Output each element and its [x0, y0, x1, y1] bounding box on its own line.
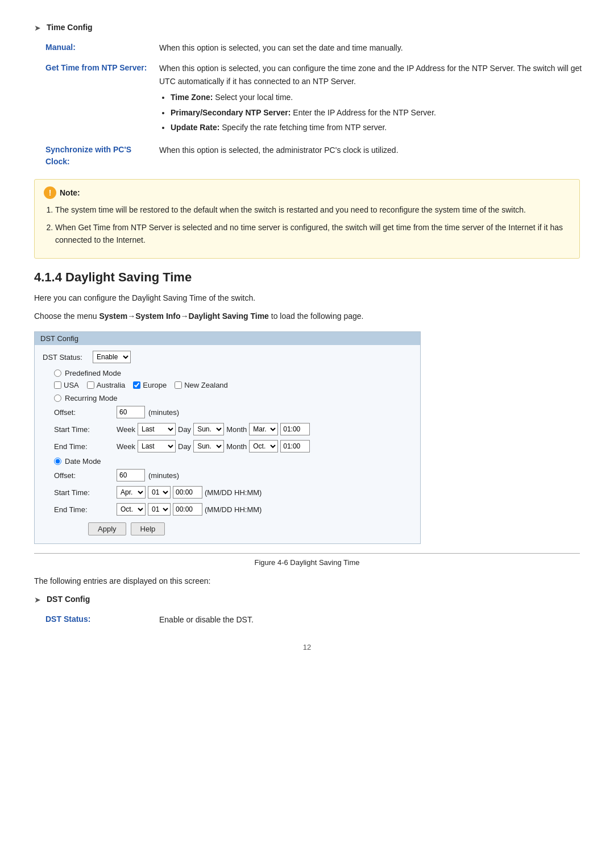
usa-label: USA — [64, 381, 79, 389]
page-number: 12 — [34, 643, 580, 651]
date-offset-input-group: (minutes) — [117, 469, 179, 481]
date-mode-row: Date Mode — [54, 457, 412, 466]
europe-label: Europe — [143, 381, 167, 389]
date-start-format: (MM/DD HH:MM) — [205, 488, 262, 497]
sync-row: Synchronize with PC'S Clock: When this o… — [45, 144, 591, 168]
recurring-offset-row: Offset: (minutes) — [54, 406, 412, 418]
recurring-start-week-select[interactable]: LastFirstSecondThirdFourth — [138, 423, 176, 435]
recurring-mode-row: Recurring Mode — [54, 394, 412, 402]
note-list: The system time will be restored to the … — [55, 203, 570, 246]
note-label: Note: — [60, 188, 80, 197]
note-icon: ! — [44, 186, 56, 199]
date-start-month-select[interactable]: Jan.Feb.Mar.Apr.MayJun.Jul.Aug.Sep.Oct.N… — [117, 486, 146, 499]
date-end-time-input[interactable] — [173, 503, 202, 516]
dst-status-select[interactable]: Enable Disable — [93, 351, 131, 363]
ntp-bullet-timezone: Time Zone: Select your local time. — [171, 91, 591, 103]
date-mode-radio[interactable] — [54, 458, 61, 465]
dst-status-label: DST Status: — [43, 353, 88, 362]
new-zealand-checkbox-item: New Zealand — [175, 381, 228, 389]
date-start-label: Start Time: — [54, 488, 117, 497]
time-config-section: ➤ Time Config — [34, 23, 580, 32]
date-offset-input[interactable] — [117, 469, 145, 481]
note-item-2: When Get Time from NTP Server is selecte… — [55, 221, 570, 247]
dst-config-panel: DST Config DST Status: Enable Disable Pr… — [34, 331, 421, 544]
date-offset-minutes: (minutes) — [148, 471, 179, 480]
recurring-start-month-select[interactable]: Jan.Feb.Mar.Apr.MayJun.Jul.Aug.Sep.Oct.N… — [249, 423, 278, 435]
recurring-offset-input[interactable] — [117, 406, 145, 418]
dst-config-section-title: DST Config — [47, 595, 90, 604]
recurring-end-day-label: Day — [178, 442, 191, 451]
menu-note-suffix: to load the following page. — [269, 312, 364, 321]
dst-status-row: DST Status: Enable Disable — [43, 351, 412, 363]
menu-note-prefix: Choose the menu — [34, 312, 99, 321]
recurring-end-week-label: Week — [117, 442, 135, 451]
ntp-desc: When this option is selected, you can co… — [159, 62, 591, 136]
date-start-row: Start Time: Jan.Feb.Mar.Apr.MayJun.Jul.A… — [54, 486, 412, 499]
australia-checkbox[interactable] — [87, 381, 94, 389]
usa-checkbox[interactable] — [54, 381, 61, 389]
note-box: ! Note: The system time will be restored… — [34, 179, 580, 258]
date-start-time-input[interactable] — [173, 486, 202, 499]
recurring-end-row: End Time: Week LastFirstSecondThirdFourt… — [54, 440, 412, 452]
australia-label: Australia — [97, 381, 126, 389]
ntp-desc-text: When this option is selected, you can co… — [159, 64, 582, 85]
recurring-offset-input-group: (minutes) — [117, 406, 179, 418]
recurring-end-time-group: Week LastFirstSecondThirdFourth Day Sun.… — [117, 440, 310, 452]
europe-checkbox-item: Europe — [133, 381, 167, 389]
figure-caption: Figure 4-6 Daylight Saving Time — [34, 558, 580, 567]
recurring-start-row: Start Time: Week LastFirstSecondThirdFou… — [54, 423, 412, 435]
recurring-start-day-label: Day — [178, 425, 191, 434]
recurring-start-day-select[interactable]: Sun.Mon.Tue.Wed.Thu.Fri.Sat. — [193, 423, 224, 435]
dst-status-def-row: DST Status: Enable or disable the DST. — [45, 613, 591, 626]
note-item-1: The system time will be restored to the … — [55, 203, 570, 216]
apply-button[interactable]: Apply — [88, 522, 126, 535]
europe-checkbox[interactable] — [133, 381, 140, 389]
section-414-title: 4.1.4 Daylight Saving Time — [34, 270, 580, 285]
predefined-mode-radio[interactable] — [54, 369, 61, 377]
recurring-end-time-input[interactable] — [280, 440, 310, 452]
dst-config-section-header: ➤ DST Config — [34, 595, 580, 604]
date-end-row: End Time: Jan.Feb.Mar.Apr.MayJun.Jul.Aug… — [54, 503, 412, 516]
date-offset-label: Offset: — [54, 471, 117, 480]
date-start-day-select[interactable]: 0102030405 — [148, 486, 171, 499]
recurring-start-time-input[interactable] — [280, 423, 310, 435]
note-header: ! Note: — [44, 186, 570, 199]
date-end-label: End Time: — [54, 505, 117, 514]
help-button[interactable]: Help — [131, 522, 165, 535]
recurring-end-day-select[interactable]: Sun.Mon.Tue.Wed.Thu.Fri.Sat. — [193, 440, 224, 452]
australia-checkbox-item: Australia — [87, 381, 126, 389]
ntp-row: Get Time from NTP Server: When this opti… — [45, 62, 591, 136]
recurring-offset-minutes: (minutes) — [148, 408, 179, 417]
menu-note: Choose the menu System→System Info→Dayli… — [34, 310, 580, 322]
dst-config-def-table: DST Status: Enable or disable the DST. — [45, 613, 591, 626]
sync-desc: When this option is selected, the admini… — [159, 144, 591, 156]
predefined-mode-row: Predefined Mode — [54, 369, 412, 377]
date-end-time-group: Jan.Feb.Mar.Apr.MayJun.Jul.Aug.Sep.Oct.N… — [117, 503, 262, 516]
date-end-day-select[interactable]: 0102030405 — [148, 503, 171, 516]
dst-section-arrow: ➤ — [34, 595, 41, 604]
recurring-end-month-select[interactable]: Jan.Feb.Mar.Apr.MayJun.Jul.Aug.Sep.Oct.N… — [249, 440, 278, 452]
recurring-mode-radio[interactable] — [54, 394, 61, 402]
recurring-start-label: Start Time: — [54, 425, 117, 434]
recurring-end-label: End Time: — [54, 442, 117, 451]
section-414-intro: Here you can configure the Daylight Savi… — [34, 292, 580, 304]
sync-term: Synchronize with PC'S Clock: — [45, 144, 159, 168]
ntp-bullet-server: Primary/Secondary NTP Server: Enter the … — [171, 106, 591, 119]
recurring-mode-label: Recurring Mode — [65, 394, 118, 402]
recurring-end-week-select[interactable]: LastFirstSecondThirdFourth — [138, 440, 176, 452]
date-end-month-select[interactable]: Jan.Feb.Mar.Apr.MayJun.Jul.Aug.Sep.Oct.N… — [117, 503, 146, 516]
date-mode-label: Date Mode — [65, 457, 101, 466]
predefined-mode-label: Predefined Mode — [65, 369, 121, 377]
usa-checkbox-item: USA — [54, 381, 79, 389]
dst-status-def-desc: Enable or disable the DST. — [159, 613, 591, 626]
date-end-format: (MM/DD HH:MM) — [205, 505, 262, 514]
manual-row: Manual: When this option is selected, yo… — [45, 41, 591, 54]
new-zealand-label: New Zealand — [184, 381, 228, 389]
time-config-title: Time Config — [47, 23, 93, 32]
new-zealand-checkbox[interactable] — [175, 381, 182, 389]
ntp-bullet-rate: Update Rate: Specify the rate fetching t… — [171, 121, 591, 134]
following-entries-text: The following entries are displayed on t… — [34, 575, 580, 587]
recurring-start-month-label: Month — [226, 425, 247, 434]
figure-divider — [34, 553, 580, 554]
button-row: Apply Help — [88, 522, 412, 535]
